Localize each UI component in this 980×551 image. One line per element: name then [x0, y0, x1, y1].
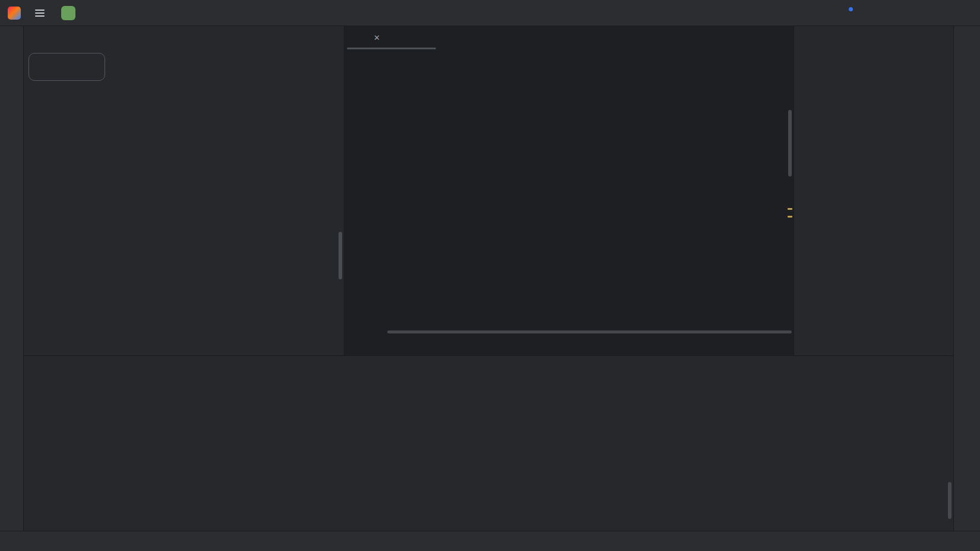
add-user-icon[interactable]: [795, 8, 804, 18]
project-tree-scrollbar[interactable]: [339, 232, 342, 279]
run-button[interactable]: [674, 8, 683, 18]
right-toolwindow-stripe: [953, 26, 980, 531]
debug-button[interactable]: [697, 8, 707, 18]
chevron-down-icon: [118, 9, 125, 17]
next-problem-icon[interactable]: [776, 55, 783, 62]
search-everywhere-icon[interactable]: [818, 8, 828, 18]
project-switcher[interactable]: [81, 9, 92, 17]
left-toolwindow-stripe: [0, 26, 24, 531]
problems-header: [24, 356, 953, 378]
tab-cpuscheduler-java[interactable]: ✕: [344, 26, 385, 49]
class-icon: [354, 33, 363, 42]
minimize-icon[interactable]: [873, 8, 883, 18]
project-panel-title[interactable]: [32, 35, 43, 43]
tabbar-scrollbar[interactable]: [347, 48, 436, 49]
warning-stripe-mark[interactable]: [788, 208, 792, 210]
vcs-widget[interactable]: [115, 9, 125, 17]
notifications-title: [794, 26, 953, 43]
chevron-down-icon: [35, 35, 43, 43]
editor-area: ✕: [344, 26, 793, 355]
editor-tabbar: ✕: [344, 26, 793, 49]
settings-notification-dot: [849, 7, 853, 11]
code-editor[interactable]: [344, 51, 793, 355]
previous-problem-icon[interactable]: [764, 55, 772, 62]
titlebar: [0, 0, 980, 26]
warning-icon: [731, 54, 739, 62]
editor-horizontal-scrollbar[interactable]: [387, 330, 792, 333]
tree-drag-overlay: [29, 53, 105, 81]
run-configuration-selector[interactable]: [649, 10, 659, 17]
ai-assistant-at-icon[interactable]: [771, 8, 780, 18]
tab-options-icon[interactable]: [774, 33, 783, 42]
chevron-down-icon: [84, 9, 92, 17]
indent-setting[interactable]: [935, 537, 947, 546]
settings-gear-icon[interactable]: [842, 8, 852, 18]
typo-check-icon: [747, 54, 755, 62]
close-icon[interactable]: [921, 8, 930, 18]
editor-vertical-scrollbar[interactable]: [788, 110, 792, 177]
inspections-widget[interactable]: [731, 54, 783, 62]
hide-panel-icon[interactable]: [889, 363, 899, 372]
indent-file-icon: [935, 537, 944, 546]
main-menu-icon[interactable]: [35, 10, 45, 17]
problems-toolwindow: [24, 355, 953, 531]
lock-open-icon[interactable]: [960, 537, 969, 546]
intellij-logo-icon: [8, 7, 21, 20]
more-actions-icon[interactable]: [721, 8, 731, 18]
problems-options-icon[interactable]: [868, 363, 877, 372]
restore-icon[interactable]: [897, 8, 906, 18]
project-toolwindow: [24, 26, 344, 355]
warning-stripe-mark[interactable]: [788, 216, 792, 218]
chevron-down-icon: [652, 10, 659, 17]
problems-scrollbar[interactable]: [948, 482, 951, 519]
project-avatar[interactable]: [61, 6, 75, 20]
notifications-toolwindow: [794, 26, 953, 355]
close-tab-icon[interactable]: ✕: [374, 33, 380, 42]
statusbar: [0, 531, 980, 551]
